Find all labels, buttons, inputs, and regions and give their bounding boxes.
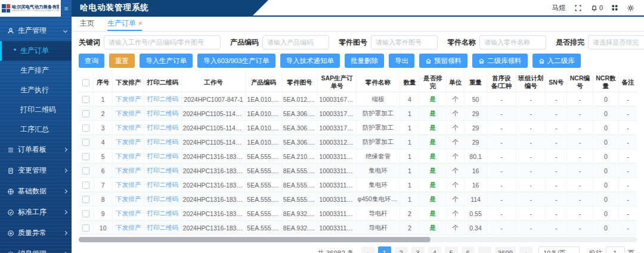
cell-checkbox[interactable] (79, 121, 94, 135)
sidebar-group-变更管理[interactable]: 变更管理 (0, 160, 72, 181)
row-checkbox[interactable] (82, 110, 89, 117)
row-checkbox[interactable] (82, 210, 89, 217)
page-button-3[interactable]: 3 (411, 246, 425, 253)
fullscreen-icon[interactable] (574, 4, 582, 12)
page-button-5[interactable]: 5 (445, 246, 458, 253)
cell-print[interactable]: 打印二维码 (144, 121, 181, 135)
cell-checkbox[interactable] (79, 221, 94, 235)
sidebar-group-订单看板[interactable]: 订单看板 (0, 139, 72, 160)
cell-print[interactable]: 打印二维码 (144, 178, 181, 192)
next-page-button[interactable]: › (519, 246, 532, 253)
二级库领料-button[interactable]: 二级库领料 (472, 54, 528, 68)
cell-checkbox[interactable] (79, 164, 94, 178)
cell-dispatch[interactable]: 下发排产 (113, 135, 144, 149)
cell-dispatch[interactable]: 下发排产 (113, 121, 144, 135)
row-checkbox[interactable] (82, 139, 89, 146)
page-size-select[interactable]: 10条/页 (538, 246, 579, 253)
cell-print[interactable]: 打印二维码 (144, 149, 181, 164)
tab-生产订单[interactable]: 生产订单× (107, 17, 142, 31)
filter-select-是否排完[interactable]: 请选择是否排完 (588, 35, 644, 49)
sidebar-item-生产排产[interactable]: 生产排产 (0, 61, 72, 80)
filter-input-零件名称[interactable] (479, 35, 546, 49)
查询-button[interactable]: 查询 (79, 54, 104, 68)
cell-checkbox[interactable] (79, 192, 94, 207)
导出-button[interactable]: 导出 (389, 54, 414, 68)
select-all-checkbox[interactable] (82, 79, 89, 86)
page-button-1[interactable]: 1 (378, 246, 391, 253)
row-checkbox[interactable] (82, 153, 89, 160)
settings-gear-icon[interactable] (627, 4, 634, 12)
page-button-4[interactable]: 4 (428, 246, 441, 253)
cell-dispatch[interactable]: 下发排产 (113, 221, 144, 235)
cell-print[interactable]: 打印二维码 (144, 92, 181, 107)
cell-dispatch[interactable]: 下发排产 (113, 149, 144, 164)
filter-input-零件图号[interactable] (371, 35, 438, 49)
cell-dispatch[interactable]: 下发排产 (113, 164, 144, 178)
sidebar-item-工序汇总[interactable]: 工序汇总 (0, 120, 72, 139)
cell-checkbox[interactable] (79, 207, 94, 221)
row-checkbox[interactable] (82, 167, 89, 174)
批量删除-button[interactable]: 批量删除 (345, 54, 384, 68)
sidebar-group-标准工序[interactable]: 标准工序 (0, 202, 72, 223)
cell-print[interactable]: 打印二维码 (144, 207, 181, 221)
cell-unit: 个 (446, 192, 464, 207)
sidebar-group-消息管理[interactable]: 消息管理 (0, 243, 72, 253)
sidebar-group-质量异常[interactable]: 质量异常 (0, 223, 72, 243)
cell-print[interactable]: 打印二维码 (144, 192, 181, 207)
cell-print[interactable]: 打印二维码 (144, 164, 181, 178)
cell-checkbox[interactable] (79, 107, 94, 121)
row-checkbox[interactable] (82, 96, 89, 103)
导入603/903生产订单-button[interactable]: 导入603/903生产订单 (197, 54, 275, 68)
sidebar-group-生产管理[interactable]: 生产管理 (0, 20, 72, 41)
sidebar-item-生产执行[interactable]: 生产执行 (0, 80, 72, 100)
导入技术通知单-button[interactable]: 导入技术通知单 (280, 54, 340, 68)
row-checkbox[interactable] (82, 182, 89, 189)
page-button-6[interactable]: 6 (462, 246, 475, 253)
cell-print[interactable]: 打印二维码 (144, 221, 181, 235)
page-button-2[interactable]: 2 (395, 246, 408, 253)
page-button-3699[interactable]: 3699 (495, 246, 516, 253)
filter-input-关键词[interactable] (104, 35, 221, 49)
change-icon (7, 167, 14, 174)
filter-row: 关键词产品编码零件图号零件名称是否排完请选择是否排完 (79, 35, 637, 49)
cell-dispatch[interactable]: 下发排产 (113, 92, 144, 107)
重置-button[interactable]: 重置 (109, 54, 135, 68)
预留领料-button[interactable]: 预留领料 (419, 54, 467, 68)
cell-first_device: - (487, 164, 516, 178)
cell-part_name: 绝缘套管 (356, 149, 400, 164)
apps-grid-icon[interactable] (611, 4, 618, 11)
row-checkbox[interactable] (82, 196, 89, 203)
sidebar-group-基础数据[interactable]: 基础数据 (0, 181, 72, 202)
cell-checkbox[interactable] (79, 149, 94, 164)
goto-page-input[interactable] (606, 246, 625, 253)
row-checkbox[interactable] (82, 224, 89, 232)
row-checkbox[interactable] (82, 124, 89, 132)
cell-print[interactable]: 打印二维码 (144, 107, 181, 121)
cell-checkbox[interactable] (79, 178, 94, 192)
filter-input-产品编码[interactable] (262, 35, 329, 49)
horizontal-scrollbar[interactable] (79, 237, 637, 242)
cell-work_no: 2024HPC1105-1147-1 (181, 135, 246, 149)
cell-checkbox[interactable] (79, 135, 94, 149)
cell-dispatch[interactable]: 下发排产 (113, 107, 144, 121)
notification-bell-icon[interactable]: 0 (590, 4, 603, 12)
cell-ncr_qty: 0 (593, 221, 618, 235)
cell-dispatch[interactable]: 下发排产 (113, 178, 144, 192)
cell-checkbox[interactable] (79, 92, 94, 107)
入二级库-button[interactable]: 入二级库 (532, 54, 581, 68)
sidebar-collapse-icon[interactable]: ≡ (61, 0, 72, 17)
scrollbar-thumb[interactable] (79, 237, 431, 242)
cell-dispatch[interactable]: 下发排产 (113, 207, 144, 221)
cell-dispatch[interactable]: 下发排产 (113, 192, 144, 207)
cell-print[interactable]: 打印二维码 (144, 135, 181, 149)
导入生产订单-button[interactable]: 导入生产订单 (140, 54, 193, 68)
more-pages-button[interactable]: … (478, 246, 491, 253)
cell-seq: 5 (94, 149, 113, 164)
tab-主页[interactable]: 主页 (80, 17, 94, 31)
tab-close-icon[interactable]: × (138, 20, 142, 27)
sidebar-item-生产订单[interactable]: 生产订单 (0, 41, 72, 61)
prev-page-button[interactable]: ‹ (361, 246, 374, 253)
pagination-total: 共 36982 条 (317, 249, 354, 253)
sidebar-item-打印二维码[interactable]: 打印二维码 (0, 100, 72, 120)
username[interactable]: 马煜 (552, 3, 566, 13)
